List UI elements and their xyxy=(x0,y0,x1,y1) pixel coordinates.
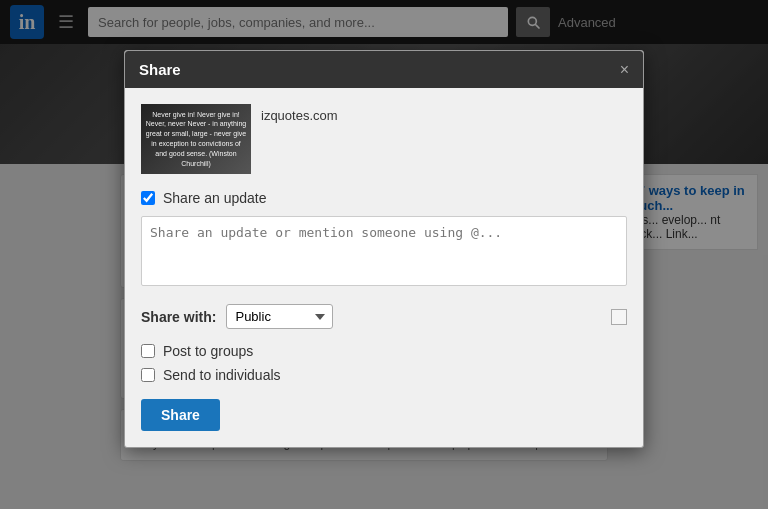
link-thumb-text: Never give in! Never give in! Never, nev… xyxy=(141,106,251,173)
send-to-individuals-label: Send to individuals xyxy=(163,367,281,383)
share-update-row: Share an update xyxy=(141,190,627,206)
share-with-label: Share with: xyxy=(141,309,216,325)
modal-overlay: Share × Never give in! Never give in! Ne… xyxy=(0,0,768,509)
post-to-groups-row: Post to groups xyxy=(141,343,627,359)
modal-header: Share × xyxy=(125,51,643,88)
share-update-checkbox[interactable] xyxy=(141,191,155,205)
share-update-label: Share an update xyxy=(163,190,267,206)
post-to-groups-label: Post to groups xyxy=(163,343,253,359)
share-button[interactable]: Share xyxy=(141,399,220,431)
link-preview: Never give in! Never give in! Never, nev… xyxy=(141,104,627,174)
send-to-individuals-checkbox[interactable] xyxy=(141,368,155,382)
share-small-checkbox[interactable] xyxy=(611,309,627,325)
link-domain: izquotes.com xyxy=(261,104,338,123)
link-meta: izquotes.com xyxy=(261,104,338,174)
share-with-row: Share with: Public Connections Anyone xyxy=(141,304,627,329)
link-thumb-inner: Never give in! Never give in! Never, nev… xyxy=(141,104,251,174)
share-with-select[interactable]: Public Connections Anyone xyxy=(226,304,333,329)
link-thumbnail: Never give in! Never give in! Never, nev… xyxy=(141,104,251,174)
send-to-individuals-row: Send to individuals xyxy=(141,367,627,383)
modal-body: Never give in! Never give in! Never, nev… xyxy=(125,88,643,447)
share-modal: Share × Never give in! Never give in! Ne… xyxy=(124,50,644,448)
modal-close-button[interactable]: × xyxy=(620,62,629,78)
update-textarea[interactable] xyxy=(141,216,627,286)
post-to-groups-checkbox[interactable] xyxy=(141,344,155,358)
modal-title: Share xyxy=(139,61,181,78)
